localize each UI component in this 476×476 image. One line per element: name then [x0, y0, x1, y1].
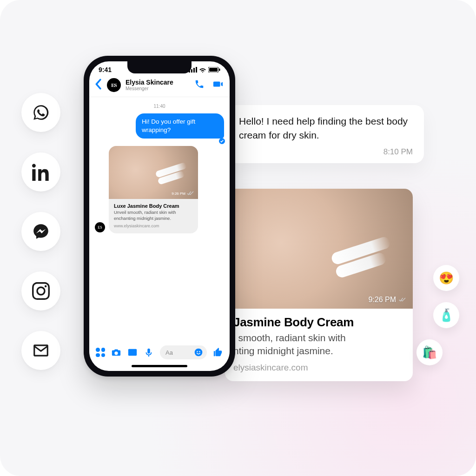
outgoing-message[interactable]: Hi! Do you offer gift wrapping? — [95, 113, 224, 139]
incoming-message-bubble: Hello! I need help finding the best body… — [228, 105, 424, 163]
mic-button[interactable] — [144, 347, 154, 357]
messenger-icon[interactable] — [21, 212, 60, 251]
apps-button[interactable] — [96, 348, 105, 357]
wifi-icon — [199, 67, 206, 73]
marketing-stage: Hello! I need help finding the best body… — [0, 0, 476, 476]
chat-name: Elysia Skincare — [126, 79, 190, 86]
product-card-timestamp: 9:26 PM — [368, 296, 406, 304]
svg-rect-2 — [193, 68, 195, 73]
like-button[interactable] — [213, 347, 223, 357]
emoji-bubble[interactable]: 😍 — [433, 265, 459, 291]
composer: Aa — [89, 341, 230, 363]
chat-title-block[interactable]: Elysia Skincare Messenger — [126, 79, 190, 91]
emoji-button[interactable] — [194, 348, 203, 357]
incoming-message-text: Hello! I need help finding the best body… — [239, 114, 413, 143]
svg-point-9 — [197, 351, 198, 352]
phone-screen: 9:41 ES Elysia Skincare Messenger — [89, 61, 230, 371]
incoming-message-timestamp: 8:10 PM — [239, 147, 413, 157]
back-button[interactable] — [94, 79, 102, 92]
link-card-timestamp: 9:26 PM — [172, 191, 194, 196]
seen-indicator-icon — [219, 138, 225, 144]
product-card-title: Jasmine Body Cream — [233, 315, 404, 330]
battery-icon — [208, 67, 220, 73]
avatar: ES — [95, 222, 105, 232]
product-card-description: l smooth, radiant skin withnting midnigh… — [233, 331, 404, 358]
incoming-card-row: ES 9:26 PM Luxe Jasmine Body Cream Unvei… — [95, 146, 224, 233]
svg-rect-1 — [191, 69, 192, 73]
message-thread[interactable]: 11:40 Hi! Do you offer gift wrapping? ES… — [89, 97, 230, 341]
emoji-bubble[interactable]: 🛍️ — [416, 339, 443, 365]
chat-subtitle: Messenger — [126, 86, 190, 91]
message-input-placeholder: Aa — [165, 349, 173, 356]
link-card-url: www.elysiaskincare.com — [114, 224, 193, 228]
phone-frame: 9:41 ES Elysia Skincare Messenger — [84, 56, 235, 377]
product-card[interactable]: 9:26 PM Jasmine Body Cream l smooth, rad… — [225, 189, 413, 381]
reaction-bubbles: 😍 🧴 🛍️ — [433, 265, 459, 365]
channel-list — [21, 93, 60, 370]
product-image: 9:26 PM — [225, 189, 413, 309]
video-call-button[interactable] — [213, 79, 223, 91]
outgoing-message-text: Hi! Do you offer gift wrapping? — [136, 113, 224, 139]
thread-timestamp: 11:40 — [95, 104, 224, 109]
svg-rect-6 — [219, 69, 220, 71]
svg-rect-5 — [209, 68, 218, 72]
audio-call-button[interactable] — [194, 79, 205, 91]
product-card-url: elysiaskincare.com — [233, 363, 404, 373]
gallery-button[interactable] — [127, 347, 138, 357]
link-card-image: 9:26 PM — [109, 146, 198, 199]
emoji-bubble[interactable]: 🧴 — [433, 302, 459, 328]
whatsapp-icon[interactable] — [21, 93, 60, 132]
link-card-title: Luxe Jasmine Body Cream — [114, 203, 193, 209]
phone-notch — [127, 61, 192, 73]
instagram-icon[interactable] — [21, 271, 60, 311]
message-input[interactable]: Aa — [160, 345, 207, 359]
linkedin-icon[interactable] — [21, 152, 60, 192]
svg-point-8 — [195, 349, 203, 357]
avatar[interactable]: ES — [107, 78, 121, 92]
link-card-description: Unveil smooth, radiant skin with enchant… — [114, 210, 193, 221]
link-card[interactable]: 9:26 PM Luxe Jasmine Body Cream Unveil s… — [109, 146, 198, 233]
chat-header: ES Elysia Skincare Messenger — [89, 73, 230, 97]
home-indicator[interactable] — [132, 365, 187, 367]
status-time: 9:41 — [99, 66, 112, 73]
camera-button[interactable] — [111, 347, 121, 357]
mail-icon[interactable] — [21, 331, 60, 370]
svg-point-10 — [199, 351, 200, 352]
svg-rect-3 — [196, 67, 197, 73]
